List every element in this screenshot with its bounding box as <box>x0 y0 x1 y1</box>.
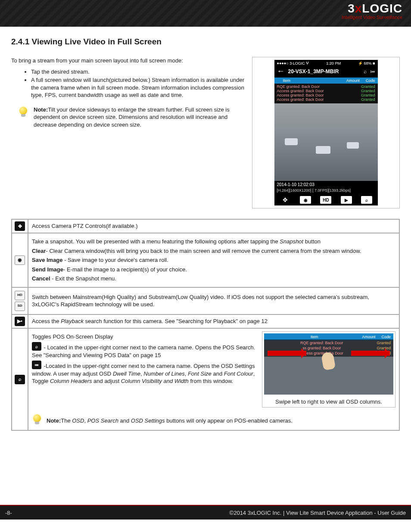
swipe-thumbnail-box: Item Amount Code RQE granted: Back DoorG… <box>262 331 395 408</box>
brand-tagline: Intelligent Video Surveillance <box>342 15 402 20</box>
lightbulb-icon <box>32 414 43 427</box>
playback-icon: ▶• <box>15 317 25 326</box>
screenshot-box: ●●●●○ 3·LOGIC ⵖ 1:20 PM ⚡ 68% ■ ← 20-VSX… <box>252 57 400 208</box>
status-time: 1:20 PM <box>326 61 341 65</box>
osd-toggle-icon: ⌕ <box>15 375 25 384</box>
snapshot-desc: Take a snapshot. You will be presented w… <box>28 233 399 287</box>
brand: 3xLOGIC Intelligent Video Surveillance <box>342 2 402 20</box>
page-body: 2.4.1 Viewing Live Video in Full Screen … <box>0 27 411 505</box>
brand-logic: LOGIC <box>362 2 402 15</box>
stream-info: [H.264][1600X1200] [ 7.0FPS][1393.2kbps] <box>274 188 378 194</box>
intro-text: To bring a stream from your main screen … <box>11 57 244 128</box>
back-icon[interactable]: ← <box>277 67 285 76</box>
brand-3: 3 <box>348 2 355 15</box>
osd-settings-icon[interactable]: ≔ <box>370 68 375 75</box>
osd-row: Access granted: Back DoorGranted <box>277 97 375 102</box>
osd-col-2: Amount <box>346 78 360 83</box>
status-right: ⚡ 68% ■ <box>358 61 375 65</box>
hd-icon[interactable]: HD <box>320 196 331 204</box>
hd-icon: HD <box>15 291 25 300</box>
note-label: Note: <box>47 417 61 424</box>
timestamp: 2014-1-10 12:02:03 <box>274 181 378 188</box>
ptz-desc: Access Camera PTZ Controls(if available.… <box>28 219 399 233</box>
arrow-right-icon <box>351 351 390 356</box>
camera-image <box>274 103 378 181</box>
brand-x: x <box>355 2 362 15</box>
bullet-2: A full screen window will launch(picture… <box>31 76 244 99</box>
ptz-icon[interactable]: ✥ <box>280 196 291 204</box>
note-text: Tilt your device sideways to enlarge the… <box>34 106 230 128</box>
osd-desc: Toggles POS On-Screen Display ⌕ - Locate… <box>28 328 399 431</box>
footer-right: ©2014 3xLOGIC Inc. | View Lite Smart Dev… <box>230 510 406 516</box>
section-heading: 2.4.1 Viewing Live Video in Full Screen <box>11 37 400 47</box>
function-table: ✥ Access Camera PTZ Controls(if availabl… <box>11 219 400 431</box>
phone-mock: ●●●●○ 3·LOGIC ⵖ 1:20 PM ⚡ 68% ■ ← 20-VSX… <box>274 60 378 205</box>
osd-col-3: Code <box>366 78 375 83</box>
snapshot-icon[interactable]: ◉ <box>300 196 311 204</box>
swipe-thumbnail: Item Amount Code RQE granted: Back DoorG… <box>264 333 393 395</box>
header-band: 3xLOGIC Intelligent Video Surveillance <box>0 0 411 27</box>
intro-line: To bring a stream from your main screen … <box>11 57 244 65</box>
osd-icon[interactable]: ⌕ <box>361 196 372 204</box>
osd-settings-inline-icon: ≔ <box>32 361 41 369</box>
note-label: Note: <box>34 106 48 113</box>
note-block: Note:Tilt your device sideways to enlarg… <box>18 103 244 129</box>
swipe-caption: Swipe left to right to view all OSD colu… <box>264 398 393 406</box>
osd-row: Access granted: Back DoorGranted <box>277 89 375 93</box>
pos-search-inline-icon: ⌕ <box>32 342 41 351</box>
arrow-left-icon <box>268 351 306 356</box>
sd-icon: SD <box>15 302 25 311</box>
osd-row: Access granted: Back DoorGranted <box>277 93 375 97</box>
bullet-1: Tap the desired stream. <box>31 68 244 76</box>
section-number: 2.4.1 <box>11 37 29 46</box>
camera-title: 20-VSX-1_3MP-MBIR <box>288 68 360 75</box>
section-title: Viewing Live Video in Full Screen <box>32 37 162 46</box>
osd-col-1: Item <box>283 78 340 83</box>
page-number: -8- <box>5 510 12 516</box>
ptz-icon: ✥ <box>15 221 25 231</box>
playback-icon[interactable]: ▶ <box>341 196 352 204</box>
snapshot-icon: ◉ <box>15 255 25 265</box>
stream-quality-desc: Switch between Mainstream(High Quality) … <box>28 287 399 314</box>
pos-search-icon[interactable]: ⌕ <box>364 68 367 75</box>
lightbulb-icon <box>18 107 29 122</box>
playback-desc: Access the Playback search function for … <box>28 314 399 328</box>
footer: -8- ©2014 3xLOGIC Inc. | View Lite Smart… <box>0 505 411 520</box>
status-left: ●●●●○ 3·LOGIC ⵖ <box>277 61 309 65</box>
osd-row: RQE granted: Back DoorGranted <box>277 84 375 89</box>
osd-title: Toggles POS On-Screen Display <box>32 333 257 341</box>
